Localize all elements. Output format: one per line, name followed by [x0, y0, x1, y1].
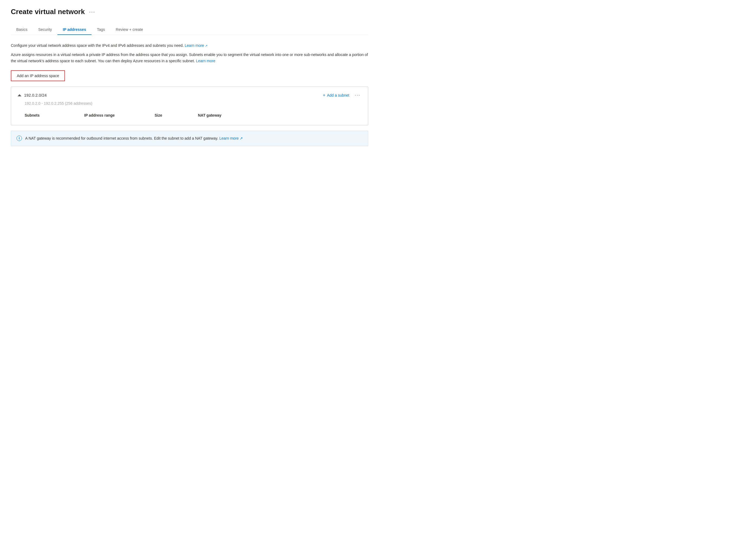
description-line-1: Configure your virtual network address s…: [11, 42, 368, 48]
page-title: Create virtual network: [11, 8, 85, 16]
chevron-up-icon[interactable]: [17, 94, 22, 96]
add-subnet-button[interactable]: + Add a subnet: [323, 93, 349, 98]
col-header-subnets: Subnets: [25, 113, 84, 118]
external-link-icon: ↗: [240, 136, 243, 140]
col-header-ip-range: IP address range: [84, 113, 155, 118]
learn-more-link-1[interactable]: Learn more: [185, 43, 207, 48]
address-space-right: + Add a subnet ···: [323, 92, 361, 98]
address-space-left: 192.0.2.0/24: [17, 93, 47, 97]
col-header-size: Size: [155, 113, 198, 118]
tab-ip-addresses[interactable]: IP addresses: [57, 25, 91, 35]
subnets-table-header: Subnets IP address range Size NAT gatewa…: [17, 111, 361, 120]
page-header: Create virtual network ···: [11, 8, 368, 16]
tab-basics[interactable]: Basics: [11, 25, 33, 35]
tab-bar: Basics Security IP addresses Tags Review…: [11, 25, 368, 35]
tab-security[interactable]: Security: [33, 25, 57, 35]
info-icon: i: [16, 136, 22, 141]
add-ip-address-space-button[interactable]: Add an IP address space: [11, 70, 65, 81]
learn-more-link-2[interactable]: Learn more: [196, 59, 215, 63]
nat-learn-more-link[interactable]: Learn more ↗: [219, 136, 243, 140]
more-options-icon[interactable]: ···: [89, 9, 95, 15]
description-section: Configure your virtual network address s…: [11, 42, 368, 64]
address-space-more-options-button[interactable]: ···: [354, 92, 361, 98]
nat-info-box: i A NAT gateway is recommended for outbo…: [11, 131, 368, 146]
plus-icon: +: [323, 93, 325, 98]
nat-info-text: A NAT gateway is recommended for outboun…: [25, 135, 243, 141]
address-space-header: 192.0.2.0/24 + Add a subnet ···: [17, 92, 361, 98]
tab-review-create[interactable]: Review + create: [111, 25, 149, 35]
address-space-cidr: 192.0.2.0/24: [24, 93, 47, 97]
address-space-card: 192.0.2.0/24 + Add a subnet ··· 192.0.2.…: [11, 87, 368, 125]
col-header-nat-gateway: NAT gateway: [198, 113, 263, 118]
tab-tags[interactable]: Tags: [91, 25, 111, 35]
description-line-2: Azure assigns resources in a virtual net…: [11, 52, 368, 64]
address-range-text: 192.0.2.0 - 192.0.2.255 (256 addresses): [17, 101, 361, 105]
